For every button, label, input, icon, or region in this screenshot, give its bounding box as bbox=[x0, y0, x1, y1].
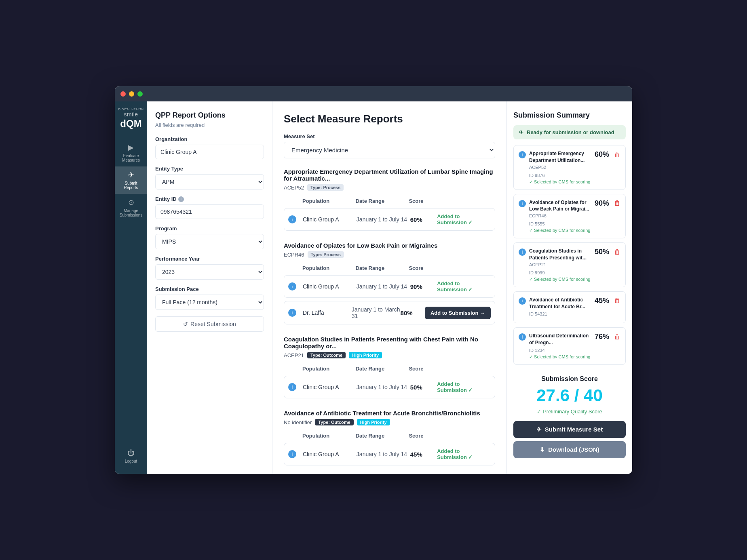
sub-4-score: 45% bbox=[595, 297, 609, 305]
sub-2-code: ECPR46 bbox=[529, 213, 590, 218]
row-population: Clinic Group A bbox=[303, 451, 357, 457]
sub-info-icon[interactable]: i bbox=[519, 333, 526, 341]
minimize-button[interactable] bbox=[129, 91, 134, 97]
ready-icon: ✈ bbox=[519, 129, 523, 135]
measure-3-type-badge: Type: Outcome bbox=[307, 352, 346, 358]
submission-score-title: Submission Score bbox=[513, 375, 626, 383]
right-panel: Submission Summary ✈ Ready for submissio… bbox=[507, 101, 632, 474]
entity-id-group: Entity ID i bbox=[155, 196, 264, 219]
measure-2-code: ECPR46 bbox=[284, 252, 304, 258]
submission-item-5-header: i Ultrasound Determination of Pregn... 7… bbox=[519, 333, 620, 346]
row-population: Clinic Group A bbox=[303, 216, 357, 223]
row-date: January 1 to March 31 bbox=[352, 306, 401, 319]
sub-5-title: Ultrasound Determination of Pregn... bbox=[529, 333, 590, 346]
titlebar bbox=[115, 86, 632, 101]
measure-2-meta: ECPR46 Type: Process bbox=[284, 251, 495, 258]
row-score: 90% bbox=[410, 283, 437, 290]
download-icon: ⬇ bbox=[540, 446, 545, 453]
submission-score-section: Submission Score 27.6 / 40 ✓ Preliminary… bbox=[513, 369, 626, 463]
submit-icon: ✈ bbox=[536, 426, 542, 433]
measure-1-meta: ACEP52 Type: Process bbox=[284, 184, 495, 191]
logout-button[interactable]: ⏻ Logout bbox=[115, 445, 147, 467]
row-population: Clinic Group A bbox=[303, 283, 357, 290]
sub-2-cms: ✓ Selected by CMS for scoring bbox=[519, 228, 620, 233]
sidebar-item-evaluate[interactable]: ▶ EvaluateMeasures bbox=[115, 139, 147, 166]
submit-icon: ✈ bbox=[128, 171, 134, 179]
submission-item-2-header: i Avoidance of Opiates for Low Back Pain… bbox=[519, 199, 620, 220]
maximize-button[interactable] bbox=[137, 91, 143, 97]
logo-area: DIGITAL HEALTH smile dQM bbox=[118, 108, 144, 129]
sub-5-cms: ✓ Selected by CMS for scoring bbox=[519, 354, 620, 360]
submit-btn-label: Submit Measure Set bbox=[545, 426, 603, 433]
right-panel-title: Submission Summary bbox=[513, 111, 626, 120]
sub-4-id: ID 54321 bbox=[519, 312, 620, 316]
sub-4-delete-button[interactable]: 🗑 bbox=[614, 297, 620, 304]
row-score: 50% bbox=[410, 384, 437, 391]
sub-1-id: ID 9876 bbox=[519, 173, 620, 178]
main-content: Select Measure Reports Measure Set Emerg… bbox=[272, 101, 507, 474]
added-to-submission-button[interactable]: Added to Submission ✓ bbox=[437, 381, 491, 393]
sub-3-id: ID 9999 bbox=[519, 270, 620, 275]
sub-3-delete-button[interactable]: 🗑 bbox=[614, 248, 620, 256]
sub-info-icon[interactable]: i bbox=[519, 151, 526, 158]
sub-1-delete-button[interactable]: 🗑 bbox=[614, 151, 620, 158]
measure-4-meta: No identifier Type: Outcome High Priorit… bbox=[284, 419, 495, 425]
sub-info-icon[interactable]: i bbox=[519, 297, 526, 305]
sub-3-code: ACEP21 bbox=[529, 262, 590, 267]
sub-2-delete-button[interactable]: 🗑 bbox=[614, 200, 620, 207]
left-panel-subtitle: All fields are required bbox=[155, 122, 264, 128]
entity-type-select[interactable]: APM Group Individual bbox=[155, 174, 264, 189]
performance-year-select[interactable]: 2023 2022 2021 bbox=[155, 264, 264, 280]
program-label: Program bbox=[155, 225, 264, 232]
measure-section-3: Coagulation Studies in Patients Presenti… bbox=[284, 336, 495, 398]
reset-submission-button[interactable]: ↺ Reset Submission bbox=[155, 316, 264, 332]
entity-id-info-icon[interactable]: i bbox=[178, 196, 184, 202]
organization-input[interactable] bbox=[155, 145, 264, 159]
sidebar-bottom: ⏻ Logout bbox=[115, 445, 147, 474]
download-json-button[interactable]: ⬇ Download (JSON) bbox=[513, 441, 626, 458]
add-to-submission-button[interactable]: Add to Submission → bbox=[425, 307, 491, 319]
measure-3-high-priority-badge: High Priority bbox=[349, 352, 382, 358]
submission-item-3: i Coagulation Studies in Patients Presen… bbox=[513, 242, 626, 287]
measure-2-table-header: Population Date Range Score bbox=[284, 263, 495, 274]
sub-info-icon[interactable]: i bbox=[519, 248, 526, 256]
sidebar-item-submit[interactable]: ✈ SubmitReports bbox=[115, 166, 147, 194]
entity-type-label: Entity Type bbox=[155, 166, 264, 172]
submission-pace-select[interactable]: Full Pace (12 months) Half Pace (6 month… bbox=[155, 295, 264, 310]
preliminary-check-icon: ✓ bbox=[537, 408, 541, 415]
row-info-icon[interactable]: i bbox=[288, 309, 296, 317]
submission-score-value: 27.6 / 40 bbox=[513, 386, 626, 405]
row-info-icon[interactable]: i bbox=[288, 383, 296, 391]
measure-section-4: Avoidance of Antibiotic Treatment for Ac… bbox=[284, 410, 495, 465]
program-select[interactable]: MIPS APM bbox=[155, 234, 264, 249]
measure-1-title: Appropriate Emergency Department Utiliza… bbox=[284, 168, 495, 182]
submission-item-4-header: i Avoidance of Antibiotic Treatment for … bbox=[519, 297, 620, 310]
sidebar-item-manage[interactable]: ⊙ ManageSubmissions bbox=[115, 194, 147, 221]
added-to-submission-button[interactable]: Added to Submission ✓ bbox=[437, 448, 491, 460]
close-button[interactable] bbox=[120, 91, 126, 97]
entity-id-input[interactable] bbox=[155, 204, 264, 219]
table-row: i Clinic Group A January 1 to July 14 60… bbox=[284, 208, 495, 231]
sidebar-item-submit-label: SubmitReports bbox=[124, 181, 138, 190]
table-row: i Clinic Group A January 1 to July 14 45… bbox=[284, 443, 495, 465]
measure-4-high-priority-badge: High Priority bbox=[357, 419, 390, 425]
logo-brand: smile bbox=[118, 111, 144, 118]
sub-1-title: Appropriate Emergency Department Utiliza… bbox=[529, 150, 590, 164]
logo-dqm: dQM bbox=[120, 118, 141, 129]
submission-item-1-header: i Appropriate Emergency Department Utili… bbox=[519, 150, 620, 171]
submit-measure-set-button[interactable]: ✈ Submit Measure Set bbox=[513, 421, 626, 438]
sub-4-title: Avoidance of Antibiotic Treatment for Ac… bbox=[529, 297, 590, 310]
row-info-icon[interactable]: i bbox=[288, 282, 296, 291]
added-to-submission-button[interactable]: Added to Submission ✓ bbox=[437, 213, 491, 225]
sub-info-icon[interactable]: i bbox=[519, 200, 526, 207]
evaluate-icon: ▶ bbox=[128, 143, 134, 152]
added-to-submission-button[interactable]: Added to Submission ✓ bbox=[437, 280, 491, 293]
row-info-icon[interactable]: i bbox=[288, 215, 296, 223]
sub-5-delete-button[interactable]: 🗑 bbox=[614, 333, 620, 341]
sidebar-item-manage-label: ManageSubmissions bbox=[120, 208, 143, 217]
sub-3-score: 50% bbox=[595, 248, 609, 256]
row-info-icon[interactable]: i bbox=[288, 450, 296, 458]
left-panel-title: QPP Report Options bbox=[155, 111, 264, 120]
submission-item-3-header: i Coagulation Studies in Patients Presen… bbox=[519, 248, 620, 269]
measure-set-select[interactable]: Emergency Medicine bbox=[284, 142, 495, 158]
